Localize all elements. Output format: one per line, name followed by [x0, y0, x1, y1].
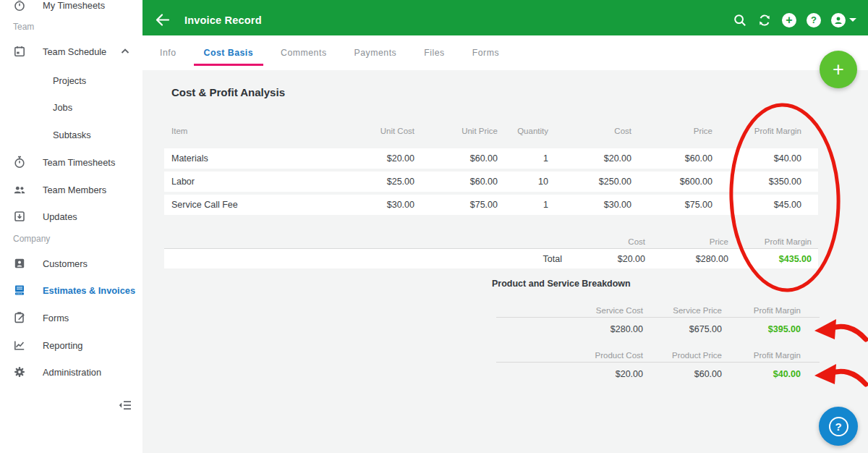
service-profit-margin-value: $395.00 — [722, 324, 801, 334]
tab-comments[interactable]: Comments — [281, 35, 326, 70]
col-unit-cost: Unit Cost — [342, 127, 414, 135]
customer-badge-icon — [13, 257, 26, 270]
cell-cost: $30.00 — [548, 200, 631, 210]
cell-item: Labor — [171, 177, 342, 187]
cell-price: $600.00 — [631, 177, 712, 187]
content-area: Cost & Profit Analysis Item Unit Cost Un… — [142, 70, 868, 453]
cell-unit-price: $60.00 — [414, 153, 498, 164]
col-product-cost: Product Cost — [496, 351, 643, 360]
sidebar-item-team-schedule[interactable]: Team Schedule — [0, 41, 142, 62]
breakdown-heading: Product and Service Breakdown — [492, 279, 631, 289]
cell-unit-price: $60.00 — [414, 177, 498, 187]
product-profit-margin-value: $40.00 — [722, 369, 801, 379]
tab-files[interactable]: Files — [424, 35, 444, 70]
sidebar-item-jobs[interactable]: Jobs — [0, 97, 142, 117]
cell-quantity: 1 — [498, 153, 548, 164]
sidebar-item-team-timesheets[interactable]: Team Timesheets — [0, 152, 142, 172]
table-header-row: Item Unit Cost Unit Price Quantity Cost … — [164, 122, 818, 140]
top-app-bar: Invoice Record + ? — [142, 0, 868, 35]
sidebar-item-label: Team Members — [43, 185, 106, 195]
total-profit-margin-value: $435.00 — [728, 254, 812, 264]
col-total-price: Price — [645, 237, 728, 246]
cell-unit-price: $75.00 — [414, 200, 498, 210]
cost-profit-table: Item Unit Cost Unit Price Quantity Cost … — [164, 122, 818, 218]
col-price: Price — [631, 127, 712, 135]
help-question-icon: ? — [829, 417, 848, 436]
sidebar-item-forms[interactable]: Forms — [0, 308, 142, 328]
help-fab[interactable]: ? — [819, 407, 858, 446]
sidebar-collapse-icon[interactable] — [117, 397, 133, 413]
product-breakdown-values: $20.00 $60.00 $40.00 — [496, 363, 820, 380]
cell-profit-margin: $45.00 — [712, 200, 801, 210]
col-service-price: Service Price — [643, 306, 722, 315]
sync-icon[interactable] — [757, 13, 772, 27]
sidebar-item-updates[interactable]: Updates — [0, 206, 142, 226]
tab-info[interactable]: Info — [160, 35, 176, 70]
cell-cost: $250.00 — [548, 177, 631, 187]
cell-item: Service Call Fee — [171, 200, 342, 210]
sidebar-item-label: My Timesheets — [43, 0, 105, 11]
sidebar-item-label: Team Schedule — [43, 46, 106, 57]
tab-payments[interactable]: Payments — [354, 35, 397, 70]
sidebar-item-label: Jobs — [53, 102, 72, 113]
stopwatch-icon — [13, 156, 26, 169]
invoice-icon — [13, 284, 26, 297]
col-item: Item — [171, 127, 342, 135]
tab-forms[interactable]: Forms — [472, 35, 499, 70]
product-price-value: $60.00 — [643, 369, 722, 379]
gear-icon — [13, 365, 26, 378]
service-breakdown-values: $280.00 $675.00 $395.00 — [496, 318, 820, 335]
add-record-fab[interactable]: + — [820, 51, 857, 88]
add-icon[interactable]: + — [782, 13, 796, 27]
sidebar-item-customers[interactable]: Customers — [0, 253, 142, 274]
chevron-up-icon[interactable] — [119, 45, 132, 58]
page-title: Invoice Record — [184, 14, 262, 26]
total-price-value: $280.00 — [645, 254, 728, 264]
product-cost-value: $20.00 — [496, 369, 643, 379]
sidebar-item-team-members[interactable]: Team Members — [0, 179, 142, 200]
service-cost-value: $280.00 — [496, 324, 643, 334]
app-window: My Timesheets Team Team Schedule Project… — [0, 0, 868, 453]
service-breakdown-table: Service Cost Service Price Profit Margin… — [496, 306, 820, 335]
totals-header-row: Cost Price Profit Margin — [164, 237, 818, 248]
chevron-down-icon — [849, 18, 856, 22]
sidebar-item-label: Projects — [53, 75, 86, 86]
cell-quantity: 10 — [498, 177, 548, 187]
cell-unit-cost: $20.00 — [342, 153, 414, 164]
inbox-download-icon — [13, 210, 26, 223]
col-quantity: Quantity — [498, 127, 548, 135]
col-product-profit-margin: Profit Margin — [722, 351, 801, 360]
total-cost-value: $20.00 — [562, 254, 645, 264]
calendar-icon — [13, 45, 26, 58]
cell-price: $60.00 — [631, 153, 712, 164]
account-menu[interactable] — [831, 13, 856, 27]
back-arrow-icon[interactable] — [154, 12, 171, 29]
sidebar-item-label: Reporting — [43, 340, 83, 351]
sidebar-item-my-timesheets[interactable]: My Timesheets — [0, 0, 142, 15]
sidebar-item-reporting[interactable]: Reporting — [0, 335, 142, 355]
sidebar-section-company: Company — [13, 234, 50, 244]
sidebar-item-administration[interactable]: Administration — [0, 362, 142, 382]
cell-profit-margin: $40.00 — [712, 153, 801, 164]
sidebar-item-estimates-invoices[interactable]: Estimates & Invoices — [0, 280, 142, 300]
search-icon[interactable] — [733, 13, 747, 27]
col-total-profit-margin: Profit Margin — [728, 237, 812, 246]
sidebar-item-subtasks[interactable]: Subtasks — [0, 124, 142, 145]
col-service-cost: Service Cost — [496, 306, 643, 315]
record-tabs: Info Cost Basis Comments Payments Files … — [142, 35, 868, 70]
product-breakdown-table: Product Cost Product Price Profit Margin… — [496, 351, 820, 380]
col-unit-price: Unit Price — [414, 127, 498, 135]
col-profit-margin: Profit Margin — [712, 127, 801, 135]
section-heading: Cost & Profit Analysis — [171, 86, 285, 98]
table-row-materials[interactable]: Materials $20.00 $60.00 1 $20.00 $60.00 … — [164, 148, 818, 169]
tab-cost-basis[interactable]: Cost Basis — [204, 35, 254, 70]
table-row-service-call-fee[interactable]: Service Call Fee $30.00 $75.00 1 $30.00 … — [164, 195, 818, 215]
help-icon[interactable]: ? — [807, 13, 821, 27]
cell-price: $75.00 — [631, 200, 712, 210]
timer-icon — [13, 0, 26, 12]
sidebar: My Timesheets Team Team Schedule Project… — [0, 0, 142, 453]
table-row-labor[interactable]: Labor $25.00 $60.00 10 $250.00 $600.00 $… — [164, 172, 818, 192]
account-icon — [831, 13, 846, 27]
sidebar-item-label: Team Timesheets — [43, 157, 115, 168]
sidebar-item-projects[interactable]: Projects — [0, 70, 142, 90]
